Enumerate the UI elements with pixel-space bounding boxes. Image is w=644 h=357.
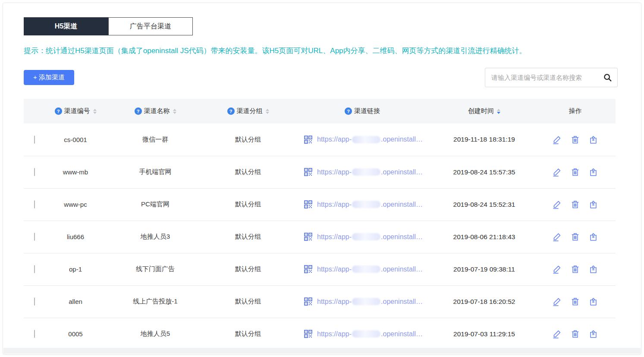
sort-control[interactable] <box>93 109 97 114</box>
link-suffix: .openinstall… <box>381 330 423 338</box>
export-upload-icon[interactable] <box>588 199 598 209</box>
qr-code-icon[interactable] <box>303 135 313 145</box>
edit-pencil-icon[interactable] <box>552 135 562 145</box>
export-upload-icon[interactable] <box>588 297 598 306</box>
channel-group-cell: 默认分组 <box>205 156 291 188</box>
link-suffix: .openinstall… <box>381 298 423 306</box>
search-box[interactable] <box>485 68 618 87</box>
qr-code-icon[interactable] <box>303 264 313 274</box>
edit-pencil-icon[interactable] <box>552 232 562 242</box>
channel-code-cell: allen <box>45 285 106 318</box>
table-row: 0005 地推人员5 默认分组 <box>24 318 616 350</box>
qr-code-icon[interactable] <box>303 199 313 209</box>
redacted-link-segment <box>352 265 380 273</box>
redacted-link-segment <box>352 201 380 208</box>
bottom-scroll-track[interactable] <box>3 348 641 354</box>
delete-trash-icon[interactable] <box>570 199 580 209</box>
qr-code-icon[interactable] <box>303 329 313 339</box>
link-prefix: https://app- <box>317 330 352 338</box>
row-checkbox[interactable] <box>34 297 35 306</box>
channel-group-cell: 默认分组 <box>205 123 291 156</box>
export-upload-icon[interactable] <box>588 329 598 339</box>
tab-ad-platform-channel[interactable]: 广告平台渠道 <box>108 17 193 35</box>
channel-tabs: H5渠道 广告平台渠道 <box>24 17 618 35</box>
row-checkbox[interactable] <box>34 233 35 241</box>
link-suffix: .openinstall… <box>381 168 423 176</box>
search-icon[interactable] <box>603 73 612 82</box>
link-prefix: https://app- <box>317 136 352 143</box>
sort-control[interactable] <box>173 109 176 114</box>
channel-group-cell: 默认分组 <box>205 221 291 253</box>
add-channel-button[interactable]: + 添加渠道 <box>24 70 74 85</box>
redacted-link-segment <box>352 168 380 176</box>
channel-name-cell: PC端官网 <box>106 188 205 221</box>
qr-code-icon[interactable] <box>303 232 313 242</box>
table-row: allen 线上广告投放-1 默认分组 <box>24 285 616 318</box>
help-icon[interactable]: ? <box>55 107 62 115</box>
column-label: 渠道编号 <box>64 107 90 115</box>
link-prefix: https://app- <box>317 233 352 241</box>
created-time-cell: 2019-07-18 16:20:52 <box>434 285 535 318</box>
delete-trash-icon[interactable] <box>570 135 580 145</box>
edit-pencil-icon[interactable] <box>552 167 562 177</box>
link-suffix: .openinstall… <box>381 265 423 273</box>
channel-code-cell: op-1 <box>45 253 106 285</box>
channel-link[interactable]: https://app-.openinstall… <box>317 298 423 306</box>
delete-trash-icon[interactable] <box>570 329 580 339</box>
created-time-cell: 2019-11-18 18:31:19 <box>434 123 535 156</box>
channel-group-cell: 默认分组 <box>205 318 291 350</box>
delete-trash-icon[interactable] <box>570 232 580 242</box>
page-content: H5渠道 广告平台渠道 提示：统计通过H5渠道页面（集成了openinstall… <box>0 0 644 351</box>
row-checkbox[interactable] <box>34 168 35 176</box>
tab-h5-channel[interactable]: H5渠道 <box>24 17 108 35</box>
help-icon[interactable]: ? <box>227 107 235 115</box>
help-icon[interactable]: ? <box>135 107 142 115</box>
link-prefix: https://app- <box>317 298 352 306</box>
channel-link[interactable]: https://app-.openinstall… <box>317 201 423 209</box>
table-row: liu666 地推人员3 默认分组 <box>24 221 616 253</box>
header-channel-group: ? 渠道分组 <box>205 99 291 123</box>
qr-code-icon[interactable] <box>303 297 313 306</box>
export-upload-icon[interactable] <box>588 167 598 177</box>
sort-control[interactable] <box>266 109 269 114</box>
row-checkbox[interactable] <box>34 200 35 209</box>
search-input[interactable] <box>491 74 600 81</box>
help-icon[interactable]: ? <box>345 107 352 115</box>
export-upload-icon[interactable] <box>588 135 598 145</box>
channel-code-cell: liu666 <box>45 221 106 253</box>
column-label: 创建时间 <box>468 107 494 115</box>
channel-code-cell: 0005 <box>45 318 106 350</box>
channel-link[interactable]: https://app-.openinstall… <box>317 330 423 338</box>
row-checkbox[interactable] <box>34 136 35 144</box>
edit-pencil-icon[interactable] <box>552 329 562 339</box>
row-checkbox[interactable] <box>34 265 35 273</box>
row-checkbox[interactable] <box>34 330 35 338</box>
channel-link[interactable]: https://app-.openinstall… <box>317 168 423 176</box>
edit-pencil-icon[interactable] <box>552 199 562 209</box>
delete-trash-icon[interactable] <box>570 297 580 306</box>
created-time-cell: 2019-08-06 21:18:43 <box>434 221 535 253</box>
delete-trash-icon[interactable] <box>570 264 580 274</box>
channel-link[interactable]: https://app-.openinstall… <box>317 136 423 143</box>
header-checkbox-cell <box>24 99 45 123</box>
qr-code-icon[interactable] <box>303 167 313 177</box>
sort-control-active-desc[interactable] <box>497 109 500 114</box>
channel-link[interactable]: https://app-.openinstall… <box>317 265 423 273</box>
delete-trash-icon[interactable] <box>570 167 580 177</box>
link-suffix: .openinstall… <box>381 136 423 143</box>
export-upload-icon[interactable] <box>588 264 598 274</box>
edit-pencil-icon[interactable] <box>552 297 562 306</box>
redacted-link-segment <box>352 298 380 305</box>
channel-group-cell: 默认分组 <box>205 253 291 285</box>
table-header-row: ? 渠道编号 ? 渠道名称 ? <box>24 99 616 123</box>
channel-management-page: H5渠道 广告平台渠道 提示：统计通过H5渠道页面（集成了openinstall… <box>0 0 644 357</box>
channel-link[interactable]: https://app-.openinstall… <box>317 233 423 241</box>
edit-pencil-icon[interactable] <box>552 264 562 274</box>
link-prefix: https://app- <box>317 265 352 273</box>
export-upload-icon[interactable] <box>588 232 598 242</box>
header-actions: 操作 <box>535 99 616 123</box>
link-suffix: .openinstall… <box>381 201 423 209</box>
channel-name-cell: 地推人员3 <box>106 221 205 253</box>
header-channel-link: ? 渠道链接 <box>291 99 434 123</box>
channel-code-cell: www-mb <box>45 156 106 188</box>
